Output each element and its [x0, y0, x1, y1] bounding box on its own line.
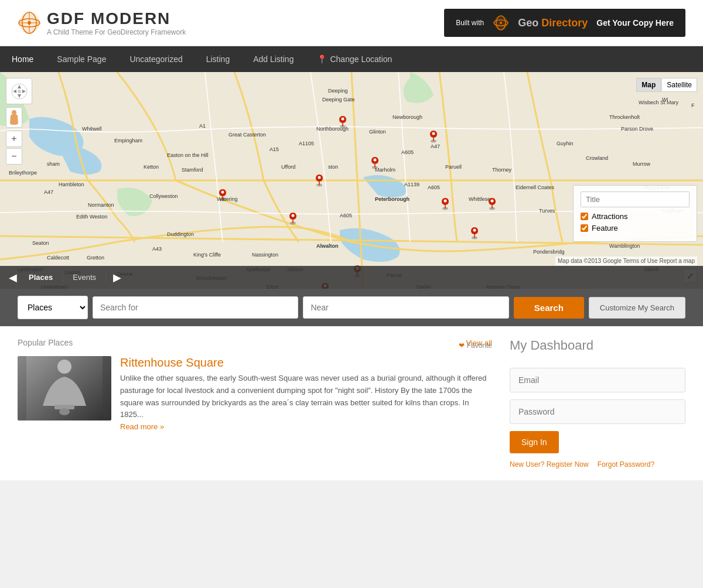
carousel-divider: |: [62, 272, 64, 283]
zoom-out-button[interactable]: −: [6, 148, 22, 165]
map-title-filter[interactable]: [581, 192, 690, 207]
svg-text:A1139: A1139: [404, 182, 419, 187]
svg-text:Deeping Gate: Deeping Gate: [322, 97, 355, 102]
listing-image-inner: [18, 356, 111, 421]
satellite-view-button[interactable]: Satellite: [661, 78, 697, 92]
svg-text:Turves: Turves: [539, 208, 555, 214]
customize-search-button[interactable]: Customize My Search: [589, 297, 685, 319]
svg-point-100: [318, 176, 321, 179]
svg-text:Ketton: Ketton: [144, 164, 159, 170]
popular-places-title: Popular Places: [18, 338, 73, 347]
svg-text:Newborough: Newborough: [393, 114, 422, 120]
password-input[interactable]: [510, 399, 685, 424]
search-for-input[interactable]: [93, 296, 298, 319]
heart-icon: ❤: [459, 341, 465, 350]
svg-text:A43: A43: [152, 246, 162, 252]
svg-text:Ufford: Ufford: [281, 164, 295, 170]
svg-text:Marholm: Marholm: [375, 167, 395, 173]
svg-text:Crowland: Crowland: [586, 155, 608, 161]
svg-text:Nassington: Nassington: [252, 252, 278, 258]
logo-text: GDF MODERN A Child Theme For GeoDirector…: [47, 9, 186, 36]
feature-filter[interactable]: Feature: [581, 224, 690, 233]
nav-uncategorized[interactable]: Uncategorized: [118, 46, 194, 72]
favorite-button[interactable]: ❤ Favorite: [459, 341, 492, 350]
register-link[interactable]: New User? Register Now: [510, 460, 589, 469]
map-container[interactable]: Brileyth­orpe sham Whitwell Empingham Ha…: [0, 72, 703, 289]
pan-control[interactable]: [6, 78, 32, 104]
zoom-in-button[interactable]: +: [6, 131, 22, 147]
street-view-icon[interactable]: [6, 107, 22, 128]
near-input[interactable]: [303, 296, 509, 319]
category-select[interactable]: Places Events: [18, 296, 88, 319]
banner-directory-text: Directory: [541, 17, 588, 29]
nav-home[interactable]: Home: [0, 46, 45, 72]
svg-text:A47: A47: [44, 189, 53, 195]
carousel-prev[interactable]: ◀: [6, 271, 20, 284]
banner[interactable]: Built with GeoDirectory Get Your Copy He…: [444, 9, 685, 37]
banner-logo: GeoDirectory: [518, 17, 588, 29]
nav-listing[interactable]: Listing: [194, 46, 241, 72]
feature-checkbox[interactable]: [581, 224, 588, 232]
svg-text:A1: A1: [199, 123, 206, 129]
site-subtitle: A Child Theme For GeoDirectory Framework: [47, 28, 186, 36]
nav-add-listing[interactable]: Add Listing: [241, 46, 305, 72]
nav-sample-page[interactable]: Sample Page: [45, 46, 118, 72]
svg-text:Wamblington: Wamblington: [609, 243, 640, 249]
nav-change-location[interactable]: 📍 Change Location: [305, 46, 404, 72]
right-column: My Dashboard Sign In New User? Register …: [510, 338, 685, 469]
svg-point-86: [221, 191, 224, 194]
svg-text:Peterborough: Peterborough: [375, 196, 409, 202]
svg-text:Easton on the Hill: Easton on the Hill: [167, 152, 209, 158]
forgot-password-link[interactable]: Forgot Password?: [598, 460, 654, 469]
svg-point-102: [374, 159, 377, 162]
svg-text:Paruell: Paruell: [445, 164, 462, 170]
svg-text:Whitwell: Whitwell: [82, 126, 102, 132]
svg-text:Great Casterton: Great Casterton: [228, 132, 266, 138]
listing-image: [18, 356, 111, 421]
map-filter-panel: Attractions Feature: [573, 185, 697, 242]
header: GDF MODERN A Child Theme For GeoDirector…: [0, 0, 703, 46]
section-header: Popular Places View all: [18, 338, 492, 347]
logo-area: GDF MODERN A Child Theme For GeoDirector…: [18, 9, 186, 36]
auth-links: New User? Register Now Forgot Password?: [510, 460, 685, 469]
geodirectory-globe-icon: [493, 15, 509, 31]
svg-point-116: [59, 408, 70, 415]
svg-text:Parson Drove: Parson Drove: [621, 126, 653, 132]
read-more-link[interactable]: Read more »: [120, 422, 164, 431]
listing-name[interactable]: Rittenhouse Square: [120, 356, 224, 370]
svg-text:A605: A605: [340, 213, 352, 218]
svg-text:Wi: Wi: [662, 97, 668, 102]
svg-point-88: [292, 214, 295, 217]
carousel-tab-places[interactable]: Places: [23, 271, 59, 284]
signin-button[interactable]: Sign In: [510, 431, 559, 453]
map-view-button[interactable]: Map: [636, 78, 661, 92]
carousel-next[interactable]: ▶: [110, 271, 124, 284]
search-button[interactable]: Search: [514, 297, 584, 319]
map-type-buttons: Map Satellite: [636, 78, 697, 92]
carousel-tab-events[interactable]: Events: [67, 271, 102, 284]
listing-thumbnail: [26, 356, 103, 421]
dashboard-title: My Dashboard: [510, 338, 685, 353]
svg-text:Wittering: Wittering: [217, 196, 238, 202]
svg-point-104: [432, 132, 435, 135]
attractions-checkbox[interactable]: [581, 213, 588, 220]
svg-text:F: F: [691, 102, 695, 108]
svg-text:Seaton: Seaton: [32, 240, 49, 246]
map-carousel: ◀ Places | Events | ▶: [0, 266, 703, 289]
feature-label: Feature: [592, 224, 618, 233]
email-input[interactable]: [510, 368, 685, 392]
logo-icon: [18, 11, 41, 35]
svg-point-114: [57, 360, 71, 374]
left-column: Popular Places View all: [18, 338, 492, 469]
svg-text:Brileyth­orpe: Brileyth­orpe: [9, 170, 37, 176]
attractions-filter[interactable]: Attractions: [581, 212, 690, 221]
svg-text:Glinton: Glinton: [369, 129, 386, 135]
svg-text:Normanton: Normanton: [88, 202, 114, 208]
svg-text:A1105: A1105: [299, 141, 314, 146]
banner-cta[interactable]: Get Your Copy Here: [596, 18, 674, 28]
svg-text:A605: A605: [401, 149, 414, 155]
svg-text:Thorney: Thorney: [492, 167, 512, 173]
listing-description: Unlike the other squares, the early Sout…: [120, 372, 492, 421]
svg-text:King's Cliffe: King's Cliffe: [193, 252, 221, 258]
svg-text:Duddington: Duddington: [167, 231, 194, 237]
